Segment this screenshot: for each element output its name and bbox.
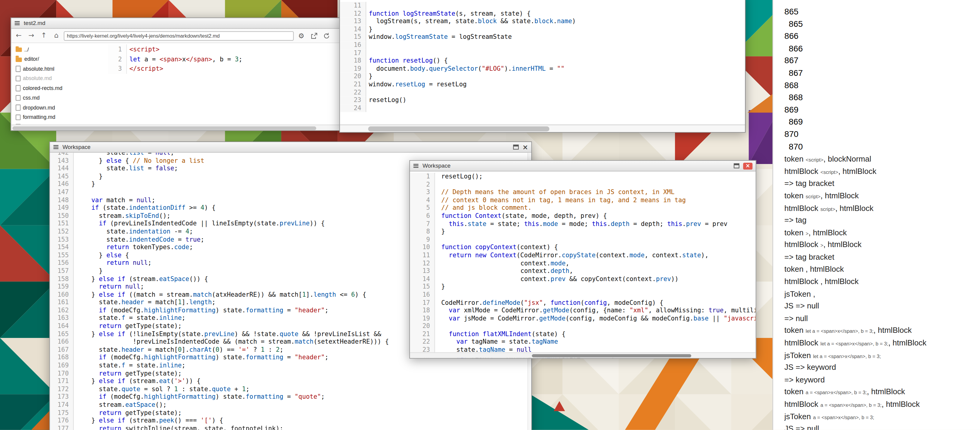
- log-line: 869: [784, 103, 980, 115]
- up-button[interactable]: ↑: [39, 30, 49, 41]
- refresh-icon[interactable]: [321, 31, 331, 41]
- code-text: return switchInline(stream, state, footn…: [74, 425, 531, 430]
- code-text: state.quote = sol ? 1 : state.quote + 1;: [74, 385, 531, 393]
- file-name: colored-rects.md: [23, 85, 62, 91]
- code-line: 20}: [340, 73, 745, 81]
- line-number: 5: [410, 204, 435, 212]
- settings-gear-icon[interactable]: ⚙: [296, 31, 306, 41]
- code-line: 6function Context(state, mode, depth, pr…: [410, 212, 756, 220]
- code-text: }: [366, 73, 745, 81]
- code-line: 11 return new Context(CodeMirror.copySta…: [410, 251, 756, 259]
- url-input[interactable]: [64, 31, 294, 40]
- code-text: var jsMode = CodeMirror.getMode(config, …: [435, 315, 756, 322]
- code-line: 142 state.list = null;: [50, 153, 531, 157]
- line-number: 154: [50, 243, 74, 251]
- code-text: [366, 88, 745, 96]
- workspace-window-right: Workspace × 1resetLog();×23// Depth mean…: [409, 160, 756, 358]
- code-text: } else if (stream.peek() === '[') {: [74, 417, 531, 425]
- horizontal-scrollbar[interactable]: [340, 125, 745, 132]
- line-number: 6: [410, 212, 435, 220]
- line-number: 162: [50, 307, 74, 315]
- line-number: 173: [50, 393, 74, 401]
- file-name: dropdown.md: [23, 104, 55, 111]
- file-item[interactable]: absolute.html: [16, 64, 108, 74]
- window-menu-icon[interactable]: [14, 21, 20, 26]
- code-text: [366, 49, 745, 57]
- scrollbar-thumb[interactable]: [368, 126, 549, 131]
- code-text: // context 0 means not in tag, 1 means i…: [435, 197, 756, 204]
- code-line: 175 return getType(state);: [50, 409, 531, 417]
- file-item[interactable]: full-height.md: [16, 122, 108, 125]
- code-line: 14 context.prev && copyContext(context.p…: [410, 275, 756, 283]
- horizontal-scrollbar[interactable]: [410, 352, 756, 358]
- code-line: 5// and js block comment.: [410, 204, 756, 212]
- open-external-icon[interactable]: [309, 31, 318, 41]
- log-line: token a = <span>x</span>, b = 3;, htmlBl…: [784, 385, 980, 398]
- log-line: 870: [784, 128, 980, 140]
- window-titlebar[interactable]: Workspace ×: [50, 142, 531, 153]
- log-line: JS => null: [784, 422, 980, 430]
- code-line: 3// Depth means the amount of open brace…: [410, 189, 756, 196]
- log-line: htmlBlock >, htmlBlock: [784, 238, 980, 250]
- code-line: 15}: [410, 283, 756, 291]
- file-item[interactable]: ../: [16, 45, 108, 54]
- maximize-button[interactable]: [513, 144, 519, 150]
- line-number: 15: [410, 283, 435, 291]
- line-number: 22: [410, 338, 435, 346]
- line-number: 170: [50, 369, 74, 377]
- code-line: 20: [410, 323, 756, 330]
- file-item[interactable]: formatting.md: [16, 112, 108, 122]
- window-titlebar[interactable]: test2.md ×: [11, 18, 385, 29]
- code-text: return new Context(CodeMirror.copyState(…: [435, 251, 756, 259]
- code-line: 17: [340, 49, 745, 57]
- file-item[interactable]: css.md: [16, 93, 108, 102]
- log-line: 866: [784, 29, 980, 42]
- line-number: 143: [50, 157, 74, 165]
- code-text: state.list = null;: [74, 153, 531, 157]
- log-line: jsToken let a = <span>x</span>, b = 3;: [784, 348, 980, 361]
- log-line: 865: [784, 5, 980, 18]
- line-number: 11: [410, 251, 435, 259]
- line-number: 176: [50, 417, 74, 425]
- close-button[interactable]: ×: [522, 144, 528, 150]
- line-number: 21: [340, 81, 366, 88]
- log-line: token , htmlBlock: [784, 262, 980, 275]
- close-button[interactable]: ×: [743, 163, 752, 169]
- maximize-button[interactable]: [734, 163, 740, 168]
- scrollbar-thumb[interactable]: [13, 126, 317, 130]
- file-icon: [16, 75, 21, 82]
- code-text: // Depth means the amount of open braces…: [435, 189, 756, 196]
- scrollbar-thumb[interactable]: [532, 354, 691, 357]
- line-number: 171: [50, 378, 74, 385]
- code-editor[interactable]: 1112function logStreamState(s, stream, s…: [340, 0, 745, 125]
- code-text: function resetLog() {: [366, 57, 745, 65]
- file-name: absolute.md: [23, 75, 52, 82]
- window-menu-icon[interactable]: [53, 144, 59, 150]
- line-number: 177: [50, 425, 74, 430]
- home-button[interactable]: ⌂: [51, 30, 61, 41]
- back-button[interactable]: ←: [14, 30, 24, 41]
- forward-button[interactable]: →: [26, 30, 36, 41]
- window-menu-icon[interactable]: [413, 163, 419, 168]
- window-titlebar[interactable]: Workspace ×: [410, 161, 756, 171]
- line-number: 19: [340, 65, 366, 73]
- line-number: 164: [50, 322, 74, 330]
- code-line: 10function copyContext(context) {: [410, 244, 756, 251]
- code-line: 1resetLog();×: [410, 173, 756, 181]
- code-text: document.body.querySelector("#LOG").inne…: [366, 65, 745, 73]
- line-number: 19: [410, 315, 435, 322]
- file-item[interactable]: colored-rects.md: [16, 83, 108, 93]
- code-text: function flatXMLIndent(state) {: [435, 330, 756, 338]
- code-text: } else if (stream.eat('>')) {: [74, 378, 531, 385]
- file-item[interactable]: absolute.md: [16, 74, 108, 83]
- log-line: token let a = <span>x</span>, b = 3;, ht…: [784, 324, 980, 336]
- file-item[interactable]: dropdown.md: [16, 102, 108, 112]
- file-item[interactable]: editor/: [16, 54, 108, 64]
- window-title: Workspace: [423, 163, 450, 169]
- line-number: 20: [340, 73, 366, 81]
- code-text: // and js block comment.: [435, 204, 756, 212]
- horizontal-scrollbar[interactable]: [11, 125, 385, 130]
- code-line: 18 var xmlMode = CodeMirror.getMode(conf…: [410, 307, 756, 315]
- code-line: 2: [410, 181, 756, 189]
- code-editor[interactable]: 1resetLog();×23// Depth means the amount…: [410, 171, 756, 358]
